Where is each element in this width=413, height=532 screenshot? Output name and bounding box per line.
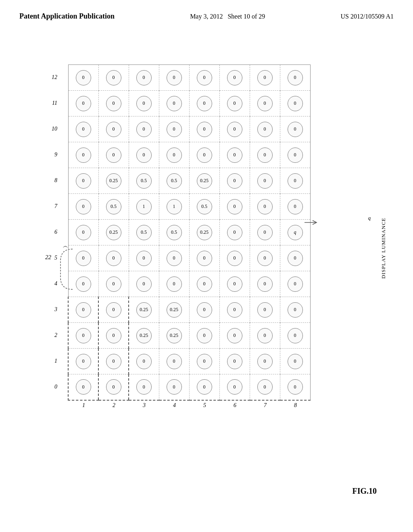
grid-cell: 0 xyxy=(219,374,250,400)
x-axis-labels: 1 2 3 4 5 6 7 8 xyxy=(69,402,311,409)
grid-cell: 0 xyxy=(68,65,98,91)
grid-cell: 0 xyxy=(250,271,280,297)
cell-value: 0 xyxy=(227,70,242,85)
cell-value: 0 xyxy=(288,96,303,111)
cell-value: 0 xyxy=(76,225,91,240)
cell-value: 0 xyxy=(76,96,91,111)
grid-cell: 0 xyxy=(280,374,310,400)
grid-cell: 0.25 xyxy=(159,297,189,323)
cell-value: 0 xyxy=(167,276,182,292)
cell-value: 0.25 xyxy=(106,225,121,240)
grid-cell: 0 xyxy=(219,65,250,91)
grid-cell: 0 xyxy=(98,374,129,400)
cell-value: 0 xyxy=(106,70,121,85)
grid-cell: 0.5 xyxy=(159,220,189,245)
grid-cell: 0.5 xyxy=(98,194,129,220)
cell-value: 0 xyxy=(257,379,273,395)
grid-cell: 0 xyxy=(98,271,129,297)
grid-cell: 0 xyxy=(189,271,219,297)
grid-cell: 0 xyxy=(189,245,219,271)
grid-cell: 0 xyxy=(159,65,189,91)
grid-cell: 0 xyxy=(219,323,250,349)
grid-cell: 0 xyxy=(280,271,310,297)
cell-value: 0 xyxy=(227,122,242,137)
grid-cell: 0 xyxy=(219,245,250,271)
grid-cell: 0 xyxy=(68,194,98,220)
cell-value: 0 xyxy=(136,122,152,137)
grid-cell: 0 xyxy=(159,142,189,168)
cell-value: 0 xyxy=(227,225,242,240)
grid-cell: 0 xyxy=(280,116,310,142)
cell-value: 0 xyxy=(106,276,121,292)
grid-cell: 0 xyxy=(219,349,250,374)
grid-cell: 0.5 xyxy=(129,220,159,245)
grid-cell: 0.25 xyxy=(129,323,159,349)
cell-value: 0 xyxy=(167,379,182,395)
grid-cell: 0 xyxy=(98,297,129,323)
cell-value: 0.25 xyxy=(197,225,212,240)
grid-cell: 0 xyxy=(159,245,189,271)
grid-cell: 0 xyxy=(129,91,159,116)
cell-value: 0 xyxy=(288,148,303,163)
cell-value: 0 xyxy=(197,251,212,266)
cell-value: 0 xyxy=(106,148,121,163)
grid-cell: 0 xyxy=(98,142,129,168)
cell-value: 0.5 xyxy=(106,199,121,214)
grid-cell: 0 xyxy=(280,142,310,168)
cell-value: 0 xyxy=(167,96,182,111)
grid-cell: 0 xyxy=(250,65,280,91)
grid-cell: 0 xyxy=(68,323,98,349)
cell-value: 0 xyxy=(288,173,303,189)
cell-value: 0 xyxy=(136,96,152,111)
grid-cell: 0 xyxy=(159,116,189,142)
cell-value: 0 xyxy=(106,354,121,369)
cell-value: 0 xyxy=(76,276,91,292)
grid-cell: 0 xyxy=(68,168,98,194)
y-label-9: 9 xyxy=(52,142,60,168)
y-label-7: 7 xyxy=(52,193,60,219)
cell-value: 0 xyxy=(288,122,303,137)
q-arrow-svg xyxy=(305,218,321,227)
cell-value: 0 xyxy=(227,354,242,369)
cell-value: 0 xyxy=(257,354,273,369)
cell-value: 0 xyxy=(197,148,212,163)
cell-value: 0 xyxy=(106,251,121,266)
cell-value: 0 xyxy=(167,122,182,137)
grid-cell: 0 xyxy=(189,65,219,91)
grid-cell: 0 xyxy=(68,245,98,271)
grid-cell: 0.25 xyxy=(159,323,189,349)
grid-cell: 1 xyxy=(159,194,189,220)
grid-cell: 0 xyxy=(250,194,280,220)
cell-value: 0 xyxy=(227,379,242,395)
x-label-3: 3 xyxy=(129,402,159,409)
cell-value: 0.25 xyxy=(106,173,121,189)
cell-value: 0 xyxy=(136,70,152,85)
grid-cell: 0 xyxy=(280,194,310,220)
publication-date: May 3, 2012 Sheet 10 of 29 xyxy=(190,11,265,20)
grid-cell: 0 xyxy=(250,116,280,142)
grid-cell: 0.25 xyxy=(189,168,219,194)
y-label-3: 3 xyxy=(52,297,60,322)
grid-cell: 0 xyxy=(68,91,98,116)
grid-cell: 0 xyxy=(129,65,159,91)
cell-value: 0 xyxy=(288,328,303,343)
x-label-1: 1 xyxy=(69,402,99,409)
cell-value: 0 xyxy=(257,122,273,137)
grid-cell: 0 xyxy=(68,142,98,168)
grid-cell: 0 xyxy=(159,271,189,297)
y-label-10: 10 xyxy=(52,116,60,142)
fig-label: FIG.10 xyxy=(352,486,377,496)
grid-cell: 0 xyxy=(219,297,250,323)
grid-cell: 0.25 xyxy=(98,168,129,194)
x-label-8: 8 xyxy=(280,402,311,409)
cell-value: 0 xyxy=(257,96,273,111)
y-label-5: 5 xyxy=(52,245,60,271)
cell-value: 0 xyxy=(106,302,121,318)
grid-cell: 0 xyxy=(189,116,219,142)
grid-cell: 0 xyxy=(280,168,310,194)
grid-cell: 0.25 xyxy=(189,220,219,245)
x-label-5: 5 xyxy=(190,402,220,409)
grid-cell: 0 xyxy=(68,374,98,400)
cell-value: 0 xyxy=(167,148,182,163)
grid-cell: 0 xyxy=(219,168,250,194)
